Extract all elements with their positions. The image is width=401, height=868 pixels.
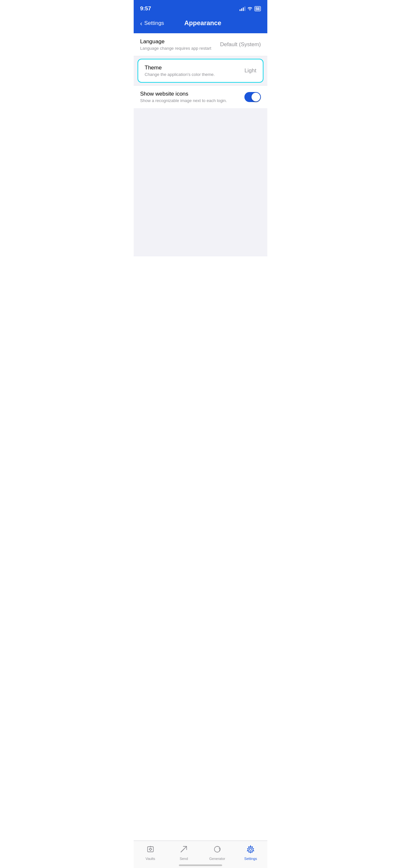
theme-subtitle: Change the application's color theme. [145,72,244,77]
back-label: Settings [144,20,164,27]
signal-icon [240,6,245,11]
content-area: Language Language change requires app re… [134,33,267,256]
status-bar: 9:57 56 [134,0,267,16]
battery-icon: 56 [254,6,261,11]
show-icons-section: Show website icons Show a recognizable i… [134,85,267,108]
nav-header: ‹ Settings Appearance [134,16,267,33]
language-section: Language Language change requires app re… [134,33,267,56]
show-icons-title: Show website icons [140,91,244,97]
back-button[interactable]: ‹ Settings [140,20,164,27]
theme-value: Light [244,67,256,74]
language-subtitle: Language change requires app restart [140,46,217,51]
theme-title: Theme [145,65,244,71]
language-item[interactable]: Language Language change requires app re… [134,33,267,56]
status-icons: 56 [240,6,261,11]
show-icons-subtitle: Show a recognizable image next to each l… [140,98,244,103]
show-icons-item: Show website icons Show a recognizable i… [134,86,267,108]
toggle-track [244,92,261,102]
theme-item[interactable]: Theme Change the application's color the… [137,59,264,83]
wifi-icon [247,6,252,11]
status-time: 9:57 [140,5,151,12]
show-icons-toggle[interactable] [244,92,261,102]
toggle-thumb [251,93,260,101]
page-title: Appearance [164,20,242,27]
back-chevron-icon: ‹ [140,20,143,27]
language-value: Default (System) [220,41,261,48]
language-title: Language [140,38,217,45]
